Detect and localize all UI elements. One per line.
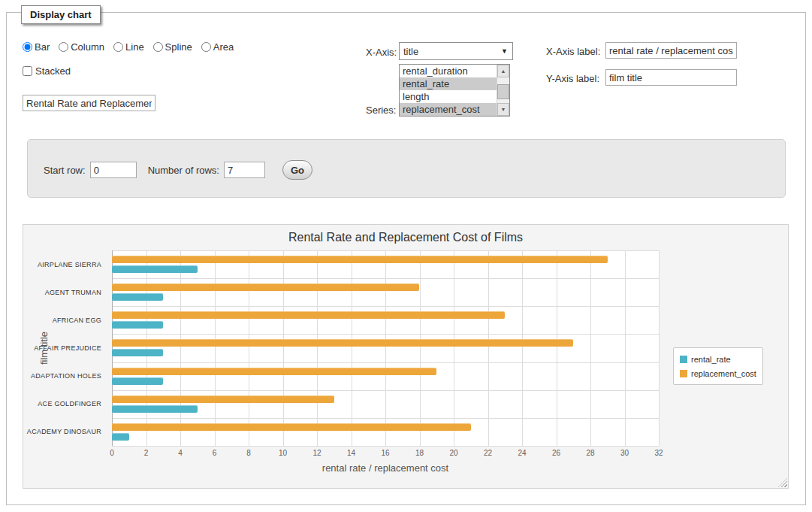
- v-gridline: [659, 250, 660, 446]
- v-gridline: [420, 250, 421, 446]
- v-gridline: [557, 250, 557, 446]
- x-axis-select[interactable]: title ▼: [399, 42, 513, 60]
- spline-radio[interactable]: [153, 42, 163, 52]
- x-tick-label: 14: [340, 449, 363, 457]
- scroll-up-icon[interactable]: ▲: [497, 65, 509, 77]
- chart-type-radio-group: Bar Column Line Spline Area: [23, 41, 238, 53]
- x-tick-label: 4: [169, 449, 192, 457]
- x-tick-label: 2: [135, 449, 158, 457]
- category-label: AFFAIR PREJUDICE: [23, 334, 107, 362]
- v-gridline: [215, 250, 216, 446]
- num-rows-label: Number of rows:: [148, 165, 219, 176]
- x-axis-label-caption: X-Axis label:: [546, 46, 600, 57]
- x-tick-label: 28: [579, 449, 602, 457]
- category-label: AGENT TRUMAN: [23, 278, 107, 306]
- chart-title-input[interactable]: [23, 95, 155, 111]
- x-axis-select-label: X-Axis:: [366, 47, 397, 58]
- resize-handle-icon[interactable]: [778, 478, 787, 487]
- chart-type-option-area[interactable]: Area: [201, 41, 234, 53]
- v-gridline: [385, 250, 386, 446]
- rows-controls: Start row: Number of rows: Go: [44, 160, 312, 180]
- bar-rental_rate: [112, 265, 198, 273]
- legend-items: rental_ratereplacement_cost: [680, 352, 756, 380]
- bar-rental_rate: [112, 293, 163, 301]
- x-tick-label: 30: [614, 449, 636, 457]
- series-option-length[interactable]: length: [400, 90, 497, 103]
- legend-swatch-icon: [680, 356, 687, 363]
- go-button[interactable]: Go: [282, 160, 312, 180]
- v-gridline: [283, 250, 284, 446]
- bar-rental_rate: [112, 349, 163, 356]
- bar-replacement_cost: [112, 339, 573, 347]
- plot-area: [112, 250, 659, 446]
- series-option-rental_duration[interactable]: rental_duration: [400, 65, 497, 77]
- v-gridline: [180, 250, 181, 446]
- bar-replacement_cost: [112, 395, 334, 403]
- stacked-checkbox[interactable]: [23, 66, 32, 76]
- bar-rental_rate: [112, 433, 129, 441]
- chart-title: Rental Rate and Replacement Cost of Film…: [23, 231, 788, 244]
- bar-rental_rate: [112, 377, 163, 385]
- y-axis-label-caption: Y-Axis label:: [546, 73, 599, 84]
- v-gridline: [317, 250, 318, 446]
- x-axis-title: rental rate / replacement cost: [112, 462, 659, 474]
- legend-swatch-icon: [680, 370, 687, 377]
- category-label: AIRPLANE SIERRA: [23, 250, 107, 278]
- x-tick-label: 22: [477, 449, 500, 457]
- series-listbox-options: rental_durationrental_ratelengthreplacem…: [400, 65, 497, 116]
- listbox-scrollbar[interactable]: ▲ ▼: [497, 65, 509, 116]
- category-label: AFRICAN EGG: [23, 306, 107, 334]
- bar-replacement_cost: [112, 256, 608, 263]
- x-axis-label-input[interactable]: [605, 42, 737, 59]
- series-option-rental_rate[interactable]: rental_rate: [400, 77, 497, 90]
- x-axis-selected-value: title: [403, 46, 418, 57]
- x-tick-label: 32: [647, 449, 670, 457]
- legend-entry-rental_rate[interactable]: rental_rate: [680, 352, 756, 366]
- num-rows-input[interactable]: [224, 162, 265, 178]
- legend: rental_ratereplacement_cost: [673, 347, 763, 385]
- category-axis: AIRPLANE SIERRAAGENT TRUMANAFRICAN EGGAF…: [23, 250, 107, 446]
- bar-rental_rate: [112, 405, 198, 413]
- bar-radio-label: Bar: [35, 41, 50, 53]
- x-tick-label: 20: [442, 449, 465, 457]
- v-gridline: [625, 250, 626, 446]
- chart-type-option-bar[interactable]: Bar: [23, 41, 50, 53]
- panel-legend: Display chart: [21, 5, 101, 24]
- bar-replacement_cost: [112, 283, 419, 291]
- area-radio[interactable]: [201, 42, 211, 52]
- v-gridline: [112, 250, 113, 446]
- x-tick-label: 0: [101, 449, 123, 457]
- column-radio[interactable]: [59, 42, 68, 52]
- chart-type-option-line[interactable]: Line: [113, 41, 144, 53]
- y-axis-label-input[interactable]: [605, 69, 737, 86]
- chart-type-option-spline[interactable]: Spline: [153, 41, 192, 53]
- legend-entry-replacement_cost[interactable]: replacement_cost: [680, 366, 756, 380]
- scrollbar-thumb[interactable]: [497, 84, 509, 99]
- x-tick-label: 24: [511, 449, 533, 457]
- start-row-input[interactable]: [90, 162, 137, 178]
- x-tick-label: 8: [237, 449, 260, 457]
- bar-replacement_cost: [112, 368, 436, 375]
- scroll-down-icon[interactable]: ▼: [497, 103, 509, 116]
- v-gridline: [522, 250, 523, 446]
- rows-panel: Start row: Number of rows: Go: [27, 139, 786, 198]
- series-listbox[interactable]: rental_durationrental_ratelengthreplacem…: [399, 64, 510, 117]
- line-radio[interactable]: [113, 42, 123, 52]
- v-gridline: [146, 250, 147, 446]
- x-tick-label: 6: [204, 449, 226, 457]
- stacked-option[interactable]: Stacked: [23, 65, 71, 77]
- x-tick-label: 16: [374, 449, 397, 457]
- series-listbox-label: Series:: [366, 105, 396, 116]
- start-row-label: Start row:: [44, 165, 86, 176]
- v-gridline: [590, 250, 591, 446]
- h-gridline: [112, 446, 659, 447]
- chart-container: Rental Rate and Replacement Cost of Film…: [23, 224, 789, 489]
- bar-replacement_cost: [112, 311, 505, 319]
- chart-type-option-column[interactable]: Column: [59, 41, 104, 53]
- bar-replacement_cost: [112, 423, 471, 431]
- v-gridline: [488, 250, 489, 446]
- bar-radio[interactable]: [23, 42, 32, 52]
- category-label: ACADEMY DINOSAUR: [23, 418, 107, 446]
- bar-rental_rate: [112, 321, 163, 329]
- series-option-replacement_cost[interactable]: replacement_cost: [400, 103, 497, 116]
